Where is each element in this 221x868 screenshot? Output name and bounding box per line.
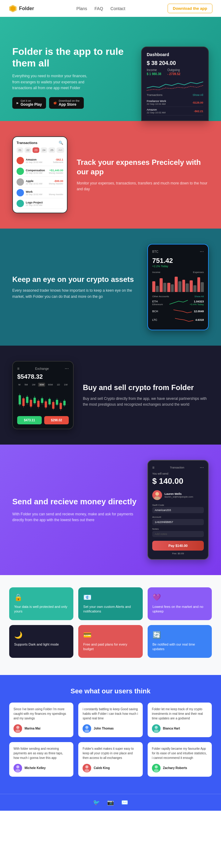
expense-label: Outgoing xyxy=(167,68,180,72)
nav-link-faq[interactable]: FAQ xyxy=(94,6,103,11)
bs-tf-1D[interactable]: 1D xyxy=(56,383,61,387)
other-accounts-label: Other Accounts xyxy=(152,295,169,298)
testimonial-name-5: Zachary Roberts xyxy=(163,766,187,770)
testimonial-avatar-0 xyxy=(13,724,22,733)
testimonial-text-5: Folder rapidly became my favourite App f… xyxy=(152,746,208,760)
track-title: Track your expenses Precicely with our a… xyxy=(77,157,209,177)
cp-header: BTC ··· xyxy=(152,249,204,254)
bar-pair-5 xyxy=(190,280,196,292)
testimonial-card-0: Since i've been using Folder i'm more ca… xyxy=(9,703,73,737)
bar-pair-1 xyxy=(160,278,166,292)
candlestick-chart xyxy=(17,389,69,414)
income-bar-1 xyxy=(160,278,163,292)
hero-phone: Dashboard $ 38 204.00 Income $ 1 980.38 … xyxy=(141,46,209,121)
bar-chart xyxy=(152,277,204,292)
logo[interactable]: Folder xyxy=(8,4,34,13)
feature-icon-4: 💳 xyxy=(83,631,138,639)
feature-card-2: 💜 Lowest fees on the market and no upkee… xyxy=(148,587,212,620)
track-tx-right-3: $1.31 Money transfer xyxy=(49,190,63,195)
feature-icon-1: 📧 xyxy=(83,593,138,601)
feature-card-4: 💳 Free and paid plans for every budget xyxy=(78,625,142,658)
twitter-icon[interactable]: 🐦 xyxy=(93,799,100,806)
testimonial-card-1: i constantly battling to keep Good savin… xyxy=(78,703,142,737)
track-tx-info-1: Compensation 22 Sep 10:02 AM xyxy=(26,169,47,174)
svg-point-34 xyxy=(84,730,89,733)
acc-chart-0 xyxy=(169,300,188,306)
acc-name-2: LTC xyxy=(152,318,175,321)
navbar: Folder Plans FAQ Contact Download the ap… xyxy=(0,0,221,17)
track-tx-date-4: 22 Sep 10:02 AM xyxy=(26,204,51,206)
google-play-label: Get it on xyxy=(21,99,42,102)
track-tx-icon-2 xyxy=(17,178,24,186)
cal-day-2[interactable]: 23 xyxy=(32,147,39,153)
track-tx-name-3: Work xyxy=(26,190,47,193)
cal-day-3[interactable]: 24 xyxy=(40,147,47,153)
bs-tf-5M[interactable]: 5M xyxy=(23,383,29,387)
acc-info-0: ETH Ethereum xyxy=(152,300,169,306)
app-store-button[interactable]: 🍎 Download on the App Store xyxy=(49,97,84,109)
track-phone-header: Transactions 🔍 xyxy=(17,141,63,145)
testimonial-card-3: With folder sending and receiving paymen… xyxy=(9,742,73,777)
sr-phone: ≡ Transaction ··· You will send $ 140.00… xyxy=(147,460,209,560)
tx-amount-1: -$62.21 xyxy=(194,110,203,113)
bs-tf-M[interactable]: M xyxy=(17,383,22,387)
sr-icon: ≡ xyxy=(152,465,155,470)
tx-row-1: Amazon 22 Sep 10:02 AM -$62.21 xyxy=(147,107,203,116)
track-tx-date-2: 22 Sep 10:02 AM xyxy=(26,183,47,185)
income-bar-3 xyxy=(175,277,178,292)
buysell-desc: Buy and sell Crypto directly from the ap… xyxy=(83,396,209,407)
track-phone-inner: Transactions 🔍 21 22 23 24 25 Jun Amazon… xyxy=(12,136,67,213)
track-tx-name-1: Compensation xyxy=(26,169,47,172)
expense-value: - 2739.52 xyxy=(167,72,180,76)
bs-tf-1M[interactable]: 1M xyxy=(31,383,36,387)
bs-tf-30M[interactable]: 30M xyxy=(38,383,46,387)
track-tx-type-1: Money transfer xyxy=(49,172,63,174)
track-tx-date-3: 22 Sep 10:02 AM xyxy=(26,193,47,195)
cp-account-2: LTC 4.6318 xyxy=(152,317,204,323)
feature-card-5: 🔄 Be notified with our real time updates xyxy=(148,625,212,658)
testimonial-author-1: John Thomas xyxy=(83,724,138,733)
bs-title: Exchange xyxy=(35,367,49,370)
play-icon: ▶ xyxy=(17,101,19,104)
sell-button[interactable]: $298.02 xyxy=(44,416,69,424)
instagram-icon[interactable]: 📷 xyxy=(107,799,114,806)
bs-tf-60M[interactable]: 60M xyxy=(47,383,54,387)
income-bar-4 xyxy=(182,280,185,292)
nav-link-plans[interactable]: Plans xyxy=(77,6,87,11)
expense-bar-2 xyxy=(171,284,174,292)
testimonial-avatar-5 xyxy=(152,764,161,772)
email-icon[interactable]: ✉️ xyxy=(121,799,128,806)
tx-show-all[interactable]: Show All xyxy=(192,93,203,96)
pay-button[interactable]: Pay $140.00 xyxy=(152,541,204,551)
cp-show-all[interactable]: Show All xyxy=(194,295,204,298)
sr-account-value: 1A620Nfd8857 xyxy=(152,519,204,525)
cal-day-0[interactable]: 21 xyxy=(17,147,23,153)
cp-income-label: Income xyxy=(152,271,160,274)
sr-notes-label: Notes xyxy=(152,528,204,530)
testimonial-avatar-1 xyxy=(83,724,91,733)
bs-tf-1W[interactable]: 1W xyxy=(63,383,69,387)
dashboard-title: Dashboard xyxy=(147,52,203,57)
acc-val-0: 1.04323 xyxy=(190,300,204,303)
testimonials-section: See what our users think Since i've been… xyxy=(0,675,221,794)
track-tx-amt-4: $350.00 xyxy=(53,202,63,205)
hero-text: Folder is the app to rule them all Every… xyxy=(12,45,135,121)
cal-day-4[interactable]: 25 xyxy=(49,147,55,153)
google-play-button[interactable]: ▶ Get it on Google Play xyxy=(12,97,46,109)
bar-pair-6 xyxy=(197,277,204,292)
sr-swift-label: Swift Code xyxy=(152,504,204,506)
track-tx-right-4: $350.00 xyxy=(53,202,63,205)
testimonial-card-4: Folder's wallet makes it super easy to k… xyxy=(78,742,142,777)
testimonial-name-0: Marina Mai xyxy=(25,727,40,730)
download-cta-button[interactable]: Download the app xyxy=(168,4,213,13)
bar-pair-4 xyxy=(182,280,189,292)
track-tx-row-3: Work 22 Sep 10:02 AM $1.31 Money transfe… xyxy=(17,187,63,198)
cal-day-1[interactable]: 22 xyxy=(25,147,31,153)
nav-link-contact[interactable]: Contact xyxy=(111,6,125,11)
buy-button[interactable]: $473.11 xyxy=(17,416,42,424)
tx-title: Transactions xyxy=(147,93,162,96)
testimonial-card-5: Folder rapidly became my favourite App f… xyxy=(148,742,212,777)
cp-change: +2.2% Today xyxy=(152,265,204,268)
track-section: Transactions 🔍 21 22 23 24 25 Jun Amazon… xyxy=(0,121,221,228)
track-tx-date-0: 22 Sep 10:02 AM xyxy=(26,161,51,163)
